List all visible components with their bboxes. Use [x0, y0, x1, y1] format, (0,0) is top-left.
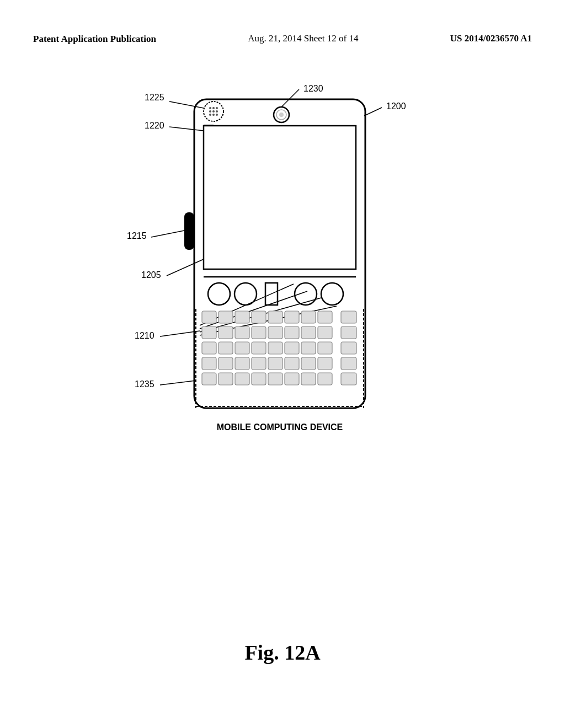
- svg-rect-60: [252, 357, 266, 370]
- svg-point-7: [216, 107, 218, 109]
- svg-rect-58: [218, 357, 233, 370]
- svg-point-12: [212, 114, 215, 116]
- patent-page: Patent Application Publication Aug. 21, …: [0, 0, 565, 728]
- svg-rect-72: [301, 373, 316, 385]
- svg-text:1225: 1225: [145, 93, 164, 102]
- svg-rect-66: [202, 373, 216, 385]
- svg-text:1210: 1210: [135, 331, 154, 340]
- patent-number: US 2014/0236570 A1: [450, 33, 532, 44]
- svg-rect-41: [235, 326, 249, 339]
- svg-text:1200: 1200: [386, 101, 406, 111]
- svg-rect-67: [218, 373, 233, 385]
- svg-rect-30: [202, 311, 216, 323]
- svg-rect-52: [268, 342, 282, 354]
- svg-rect-73: [318, 373, 332, 385]
- figure-label: Fig. 12A: [244, 640, 320, 665]
- svg-rect-63: [301, 357, 316, 370]
- svg-rect-65: [341, 357, 356, 370]
- svg-text:1205: 1205: [141, 270, 161, 280]
- svg-point-8: [209, 110, 211, 113]
- svg-rect-49: [218, 342, 233, 354]
- svg-rect-50: [235, 342, 249, 354]
- svg-rect-16: [184, 212, 194, 250]
- publication-label: Patent Application Publication: [33, 33, 156, 45]
- svg-rect-54: [301, 342, 316, 354]
- svg-rect-33: [252, 311, 266, 323]
- svg-rect-42: [252, 326, 266, 339]
- svg-rect-43: [268, 326, 282, 339]
- diagram-svg: 1200 1230 1225 1220 1215 1205 1210 1235 …: [89, 77, 476, 546]
- svg-rect-47: [341, 326, 356, 339]
- svg-point-9: [212, 110, 215, 113]
- svg-point-21: [295, 283, 317, 305]
- svg-line-89: [160, 381, 196, 385]
- svg-text:1230: 1230: [303, 84, 323, 93]
- svg-rect-57: [202, 357, 216, 370]
- svg-line-83: [151, 231, 184, 237]
- svg-rect-15: [204, 126, 356, 269]
- svg-rect-61: [268, 357, 282, 370]
- svg-point-13: [216, 114, 218, 116]
- svg-text:MOBILE COMPUTING DEVICE: MOBILE COMPUTING DEVICE: [217, 422, 343, 432]
- svg-rect-70: [268, 373, 282, 385]
- svg-rect-53: [285, 342, 299, 354]
- svg-point-22: [321, 283, 343, 305]
- svg-rect-32: [235, 311, 249, 323]
- svg-rect-46: [318, 326, 332, 339]
- header: Patent Application Publication Aug. 21, …: [0, 33, 565, 45]
- svg-rect-51: [252, 342, 266, 354]
- svg-rect-59: [235, 357, 249, 370]
- svg-point-18: [208, 283, 230, 305]
- svg-rect-71: [285, 373, 299, 385]
- svg-line-75: [364, 108, 382, 116]
- svg-rect-69: [252, 373, 266, 385]
- svg-rect-48: [202, 342, 216, 354]
- svg-rect-31: [218, 311, 233, 323]
- svg-rect-35: [285, 311, 299, 323]
- sheet-info: Aug. 21, 2014 Sheet 12 of 14: [248, 33, 358, 44]
- svg-rect-39: [202, 326, 216, 339]
- svg-rect-34: [268, 311, 282, 323]
- svg-rect-74: [341, 373, 356, 385]
- svg-rect-45: [301, 326, 316, 339]
- svg-rect-56: [341, 342, 356, 354]
- svg-point-6: [212, 107, 215, 109]
- svg-rect-44: [285, 326, 299, 339]
- svg-point-11: [209, 114, 211, 116]
- svg-rect-62: [285, 357, 299, 370]
- svg-rect-38: [341, 311, 356, 323]
- svg-text:1220: 1220: [145, 121, 164, 130]
- svg-text:1235: 1235: [135, 379, 154, 389]
- svg-rect-68: [235, 373, 249, 385]
- svg-rect-37: [318, 311, 332, 323]
- svg-text:1215: 1215: [127, 231, 147, 240]
- svg-point-3: [279, 113, 284, 117]
- svg-rect-36: [301, 311, 316, 323]
- svg-rect-64: [318, 357, 332, 370]
- svg-rect-40: [218, 326, 233, 339]
- svg-point-5: [209, 107, 211, 109]
- svg-point-10: [216, 110, 218, 113]
- svg-rect-55: [318, 342, 332, 354]
